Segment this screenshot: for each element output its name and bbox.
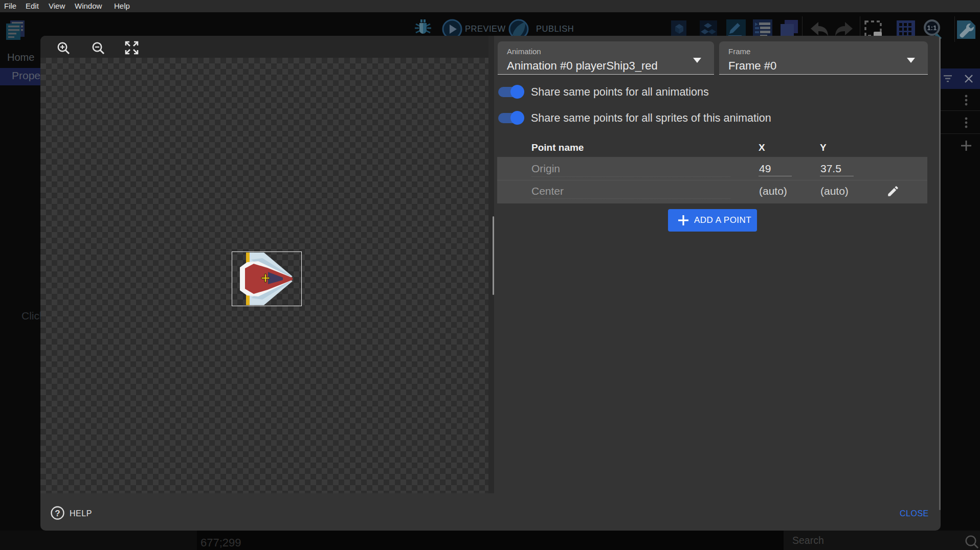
svg-text:?: ? [55, 509, 60, 518]
svg-text:1:1: 1:1 [927, 24, 937, 32]
